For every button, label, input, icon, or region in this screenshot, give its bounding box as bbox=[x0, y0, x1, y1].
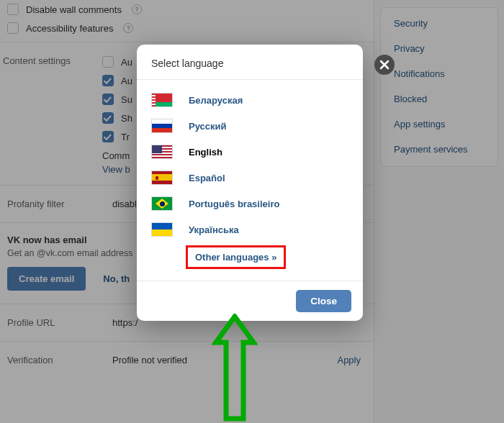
other-languages-link[interactable]: Other languages » bbox=[186, 245, 286, 269]
flag-icon-br bbox=[151, 196, 173, 211]
language-option-by[interactable]: Беларуская bbox=[137, 87, 363, 113]
language-name: Русский bbox=[189, 121, 227, 132]
language-name: Українська bbox=[189, 224, 239, 235]
modal-close-x[interactable] bbox=[374, 55, 395, 75]
language-option-br[interactable]: Português brasileiro bbox=[137, 191, 363, 217]
language-name: English bbox=[189, 147, 222, 158]
close-button[interactable]: Close bbox=[296, 290, 351, 312]
other-languages-label: Other languages » bbox=[195, 252, 276, 263]
language-option-es[interactable]: Español bbox=[137, 165, 363, 191]
language-name: Беларуская bbox=[189, 95, 243, 106]
modal-title: Select language bbox=[137, 45, 363, 80]
language-modal: Select language БеларускаяРусскийEnglish… bbox=[137, 45, 363, 321]
flag-icon-ua bbox=[151, 222, 173, 237]
language-list: БеларускаяРусскийEnglishEspañolPortuguês… bbox=[137, 80, 363, 281]
language-option-us[interactable]: English bbox=[137, 139, 363, 165]
flag-icon-by bbox=[151, 93, 173, 107]
flag-icon-us bbox=[151, 145, 173, 159]
flag-icon-ru bbox=[151, 119, 173, 133]
flag-icon-es bbox=[151, 170, 173, 185]
language-option-ua[interactable]: Українська bbox=[137, 217, 363, 242]
close-icon bbox=[379, 60, 390, 70]
language-name: Español bbox=[189, 173, 225, 183]
language-option-ru[interactable]: Русский bbox=[137, 113, 363, 139]
language-name: Português brasileiro bbox=[189, 199, 279, 209]
